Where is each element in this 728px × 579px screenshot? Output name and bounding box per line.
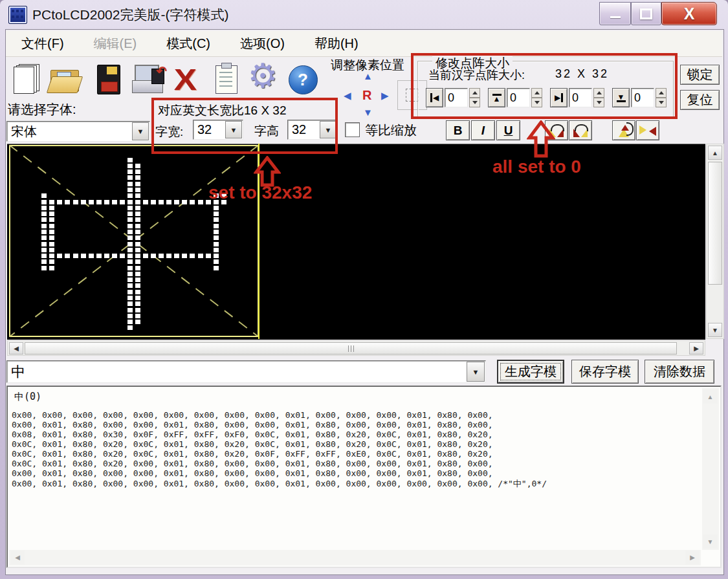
- hex-output-block: 0x00, 0x00, 0x00, 0x00, 0x00, 0x00, 0x00…: [12, 410, 547, 488]
- arrow-up-icon: ▲: [363, 71, 373, 82]
- arrow-down-icon: ▼: [712, 327, 718, 334]
- char-input-dropdown[interactable]: ▼: [467, 362, 485, 382]
- scroll-down-button[interactable]: ▼: [708, 323, 722, 337]
- notes-button[interactable]: [208, 61, 245, 98]
- flip-vertical-icon: [615, 124, 632, 137]
- output-horizontal-scrollbar[interactable]: ◀ ▶: [9, 550, 701, 565]
- minimize-icon: [610, 16, 621, 18]
- hex-line: 0x08, 0x01, 0x80, 0x30, 0x0F, 0xFF, 0xFF…: [12, 430, 547, 439]
- move-up-button[interactable]: ▲: [363, 71, 373, 81]
- scroll-left-button[interactable]: ◀: [9, 342, 23, 355]
- flip-vertical-button[interactable]: [612, 120, 635, 140]
- menu-file[interactable]: 文件(F): [12, 32, 73, 55]
- hex-line: 0x00, 0x00, 0x00, 0x00, 0x00, 0x00, 0x00…: [12, 410, 547, 420]
- char-input-combo[interactable]: 中 ▼: [6, 360, 486, 383]
- pixel-grid[interactable]: [9, 145, 259, 337]
- hex-line: 0x0C, 0x01, 0x80, 0x20, 0x0C, 0x01, 0x80…: [12, 439, 547, 449]
- close-icon: X: [684, 5, 695, 23]
- preview-horizontal-scrollbar[interactable]: ◀ ▶: [7, 340, 705, 356]
- font-select-value: 宋体: [7, 123, 131, 140]
- rotate-right-button[interactable]: [569, 120, 592, 140]
- help-question-icon: ?: [289, 65, 318, 94]
- output-panel[interactable]: 中(0) 0x00, 0x00, 0x00, 0x00, 0x00, 0x00,…: [6, 386, 722, 568]
- delete-button[interactable]: X: [167, 61, 203, 98]
- chevron-down-icon: ▼: [137, 127, 144, 135]
- move-down-button[interactable]: ▼: [363, 107, 373, 117]
- scroll-right-button[interactable]: ▶: [689, 342, 703, 355]
- generate-font-button[interactable]: 生成字模: [497, 360, 564, 384]
- move-left-button[interactable]: ◀: [344, 91, 351, 100]
- hex-line: 0x00, 0x01, 0x80, 0x00, 0x00, 0x01, 0x80…: [12, 420, 547, 430]
- scroll-up-button[interactable]: ▲: [708, 146, 722, 160]
- lock-button[interactable]: 锁定: [680, 65, 720, 85]
- hex-line: 0x00, 0x01, 0x80, 0x00, 0x00, 0x01, 0x80…: [12, 468, 547, 478]
- clipboard-icon: [215, 65, 237, 94]
- preview-vscroll-thumb[interactable]: [708, 162, 722, 285]
- scroll-right-button[interactable]: ▶: [685, 551, 700, 564]
- reset-position-button[interactable]: R: [362, 88, 371, 103]
- minimize-button[interactable]: [599, 2, 631, 25]
- close-button[interactable]: X: [661, 2, 717, 25]
- preview-hscroll-thumb[interactable]: [25, 342, 677, 355]
- arrow-down-icon: ▼: [707, 538, 714, 545]
- maximize-button[interactable]: [631, 2, 661, 25]
- arrow-right-icon: ▶: [690, 554, 695, 561]
- rotate-right-icon: [572, 124, 589, 137]
- maximize-icon: [640, 8, 652, 19]
- open-file-button[interactable]: [47, 62, 83, 100]
- arrow-right-icon: ▶: [381, 90, 389, 101]
- save-button-toolbar[interactable]: [91, 61, 127, 98]
- new-file-button[interactable]: [6, 60, 43, 97]
- export-icon: ↶: [131, 65, 164, 94]
- export-button[interactable]: ↶: [129, 61, 166, 98]
- arrow-right-icon: ▶: [694, 345, 699, 352]
- font-select-combo[interactable]: 宋体 ▼: [6, 121, 150, 142]
- font-select-label: 请选择字体:: [8, 101, 76, 118]
- scroll-up-button[interactable]: ▲: [703, 389, 718, 404]
- font-select-dropdown[interactable]: ▼: [132, 122, 149, 140]
- menu-mode[interactable]: 模式(C): [157, 32, 219, 55]
- arrow-up-icon: ▲: [712, 149, 718, 157]
- flip-horizontal-icon: [639, 124, 656, 137]
- save-floppy-icon: [97, 65, 120, 94]
- window-title: PCtoLCD2002完美版-(字符模式): [32, 0, 228, 29]
- output-header: 中(0): [14, 391, 41, 403]
- chevron-down-icon: ▼: [472, 368, 480, 376]
- bold-button[interactable]: B: [446, 120, 470, 140]
- arrow-down-icon: ▼: [363, 107, 373, 118]
- scroll-left-button[interactable]: ◀: [10, 551, 25, 564]
- focus-rectangle: [500, 363, 561, 380]
- menu-edit[interactable]: 编辑(E): [85, 32, 146, 55]
- annotation-size-note: set to 32x32: [208, 182, 312, 203]
- output-vertical-scrollbar[interactable]: ▲ ▼: [702, 388, 719, 550]
- italic-button[interactable]: I: [471, 120, 495, 140]
- annotation-box-char-size: [151, 98, 338, 154]
- underline-button[interactable]: U: [496, 120, 520, 140]
- annotation-zero-note: all set to 0: [492, 157, 581, 177]
- annotation-box-dot-matrix: [411, 53, 678, 119]
- annotation-arrow-up-icon: [527, 120, 555, 158]
- clear-data-button[interactable]: 清除数据: [645, 360, 714, 384]
- app-icon: [8, 6, 27, 24]
- proportional-scale-label: 等比缩放: [365, 122, 417, 139]
- scroll-down-button[interactable]: ▼: [703, 534, 718, 549]
- reset-button[interactable]: 复位: [680, 90, 720, 110]
- hex-line: 0x0C, 0x01, 0x80, 0x20, 0x00, 0x01, 0x80…: [12, 459, 547, 468]
- menu-help[interactable]: 帮助(H): [305, 32, 368, 55]
- preview-vertical-scrollbar[interactable]: ▲ ▼: [706, 144, 724, 339]
- help-button[interactable]: ?: [285, 61, 321, 98]
- title-bar: PCtoLCD2002完美版-(字符模式) X: [0, 0, 728, 29]
- application-window: PCtoLCD2002完美版-(字符模式) X 文件(F) 编辑(E) 模式(C…: [0, 0, 728, 579]
- flip-horizontal-button[interactable]: [636, 120, 659, 140]
- hex-line: 0x0C, 0x01, 0x80, 0x20, 0x0C, 0x01, 0x80…: [12, 449, 547, 459]
- menu-options[interactable]: 选项(O): [231, 32, 294, 55]
- proportional-scale-checkbox[interactable]: [345, 122, 360, 137]
- save-font-button[interactable]: 保存字模: [571, 360, 639, 384]
- open-folder-icon: [50, 70, 79, 92]
- grid-guides: [9, 145, 259, 337]
- new-file-icon: [14, 64, 36, 93]
- settings-gear-icon: ⚙: [248, 56, 278, 95]
- char-input-value[interactable]: 中: [7, 362, 466, 382]
- move-right-button[interactable]: ▶: [381, 91, 389, 100]
- settings-button[interactable]: ⚙: [245, 57, 281, 94]
